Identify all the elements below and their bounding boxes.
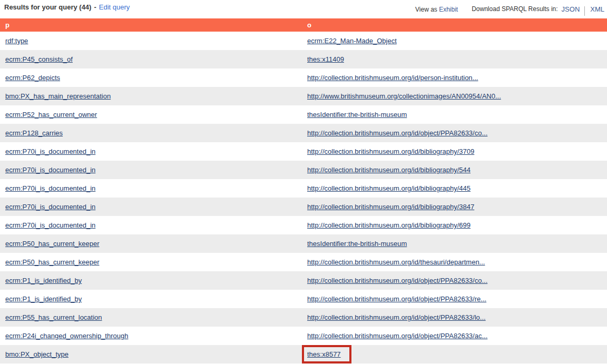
o-cell: thes:x11409 (304, 55, 607, 63)
p-link[interactable]: ecrm:P128_carries (5, 129, 63, 137)
o-link-wrap: thes:x11409 (307, 55, 344, 63)
p-link[interactable]: ecrm:P50_has_current_keeper (5, 240, 100, 248)
o-cell: http://collection.britishmuseum.org/id/b… (304, 221, 607, 229)
p-link[interactable]: ecrm:P45_consists_of (5, 55, 73, 63)
p-link[interactable]: ecrm:P70i_is_documented_in (5, 184, 95, 192)
o-link[interactable]: http://collection.britishmuseum.org/id/o… (307, 295, 486, 303)
highlight-annotation-box: thes:x8577 (302, 345, 351, 363)
o-cell: ecrm:E22_Man-Made_Object (304, 37, 607, 45)
o-cell: http://collection.britishmuseum.org/id/b… (304, 184, 607, 192)
o-link[interactable]: http://collection.britishmuseum.org/id/b… (307, 147, 474, 155)
exhibit-link[interactable]: Exhibit (439, 6, 458, 13)
p-cell: ecrm:P70i_is_documented_in (0, 166, 304, 174)
p-cell: ecrm:P50_has_current_keeper (0, 240, 304, 248)
p-link[interactable]: ecrm:P70i_is_documented_in (5, 221, 95, 229)
o-cell: http://collection.britishmuseum.org/id/p… (304, 74, 607, 82)
o-link-wrap: http://collection.britishmuseum.org/id/b… (307, 221, 471, 229)
view-as-label: View as (415, 6, 437, 13)
table-row: ecrm:P45_consists_of thes:x11409 (0, 50, 607, 68)
p-link[interactable]: ecrm:P1_is_identified_by (5, 277, 82, 284)
p-cell: rdf:type (0, 37, 304, 45)
o-link[interactable]: thes:x8577 (307, 350, 341, 358)
results-title: Results for your query (44) (4, 3, 91, 11)
o-cell: http://collection.britishmuseum.org/id/b… (304, 147, 607, 155)
p-link[interactable]: bmo:PX_has_main_representation (5, 92, 111, 100)
o-link-wrap: thesIdentifier:the-british-museum (307, 240, 407, 248)
o-link[interactable]: ecrm:E22_Man-Made_Object (307, 37, 397, 45)
o-cell: thes:x8577 (304, 345, 607, 363)
o-cell: http://collection.britishmuseum.org/id/o… (304, 332, 607, 340)
p-cell: ecrm:P1_is_identified_by (0, 277, 304, 284)
p-link[interactable]: ecrm:P70i_is_documented_in (5, 147, 95, 155)
p-cell: bmo:PX_has_main_representation (0, 92, 304, 100)
o-link[interactable]: http://collection.britishmuseum.org/id/o… (307, 277, 487, 284)
p-link[interactable]: ecrm:P52_has_current_owner (5, 111, 97, 119)
o-link[interactable]: thesIdentifier:the-british-museum (307, 240, 407, 248)
p-cell: ecrm:P62_depicts (0, 74, 304, 82)
column-header-p: p (0, 21, 304, 29)
p-link[interactable]: ecrm:P55_has_current_location (5, 313, 102, 321)
table-row: bmo:PX_object_type thes:x8577 (0, 345, 607, 363)
o-cell: http://collection.britishmuseum.org/id/o… (304, 277, 607, 284)
table-row: ecrm:P128_carries http://collection.brit… (0, 124, 607, 142)
table-row: ecrm:P52_has_current_owner thesIdentifie… (0, 105, 607, 124)
table-row: ecrm:P50_has_current_keeper thesIdentifi… (0, 234, 607, 253)
table-row: ecrm:P62_depicts http://collection.briti… (0, 68, 607, 87)
o-link-wrap: http://collection.britishmuseum.org/id/o… (307, 313, 486, 321)
p-link[interactable]: ecrm:P70i_is_documented_in (5, 203, 95, 211)
p-cell: ecrm:P70i_is_documented_in (0, 203, 304, 211)
o-link[interactable]: http://collection.britishmuseum.org/id/b… (307, 221, 471, 229)
p-cell: ecrm:P1_is_identified_by (0, 295, 304, 303)
table-row: ecrm:P70i_is_documented_in http://collec… (0, 161, 607, 179)
o-link-wrap: http://collection.britishmuseum.org/id/o… (307, 295, 486, 303)
o-link[interactable]: http://collection.britishmuseum.org/id/t… (307, 258, 485, 266)
o-link[interactable]: http://collection.britishmuseum.org/id/o… (307, 129, 487, 137)
o-link-wrap: http://collection.britishmuseum.org/id/b… (307, 166, 471, 174)
results-table: p o rdf:type ecrm:E22_Man-Made_Object ec… (0, 18, 607, 363)
o-cell: http://collection.britishmuseum.org/id/o… (304, 129, 607, 137)
o-link[interactable]: thes:x11409 (307, 55, 344, 63)
top-bar: Results for your query (44)-Edit query V… (0, 0, 607, 18)
p-cell: ecrm:P55_has_current_location (0, 313, 304, 321)
p-link[interactable]: ecrm:P24i_changed_ownership_through (5, 332, 128, 340)
p-link[interactable]: ecrm:P1_is_identified_by (5, 295, 82, 303)
p-link[interactable]: rdf:type (5, 37, 28, 45)
table-row: rdf:type ecrm:E22_Man-Made_Object (0, 32, 607, 50)
download-group: Download SPARQL Results in:JSONXML (472, 5, 604, 14)
o-link[interactable]: http://collection.britishmuseum.org/id/b… (307, 166, 471, 174)
o-link-wrap: thesIdentifier:the-british-museum (307, 111, 407, 119)
p-link[interactable]: ecrm:P70i_is_documented_in (5, 166, 95, 174)
p-link[interactable]: bmo:PX_object_type (5, 350, 68, 358)
download-xml-link[interactable]: XML (590, 5, 604, 13)
edit-query-link[interactable]: Edit query (99, 3, 130, 11)
o-link-wrap: http://collection.britishmuseum.org/id/o… (307, 277, 487, 284)
top-right-controls: View as Exhibit Download SPARQL Results … (415, 5, 604, 14)
o-link[interactable]: http://www.britishmuseum.org/collectioni… (307, 92, 501, 100)
o-link-wrap: http://www.britishmuseum.org/collectioni… (307, 92, 501, 100)
o-cell: http://collection.britishmuseum.org/id/b… (304, 203, 607, 211)
o-link[interactable]: http://collection.britishmuseum.org/id/o… (307, 313, 486, 321)
o-cell: thesIdentifier:the-british-museum (304, 240, 607, 248)
p-cell: ecrm:P50_has_current_keeper (0, 258, 304, 266)
o-link[interactable]: http://collection.britishmuseum.org/id/o… (307, 332, 487, 340)
download-json-link[interactable]: JSON (562, 5, 580, 13)
p-link[interactable]: ecrm:P50_has_current_keeper (5, 258, 100, 266)
p-cell: ecrm:P70i_is_documented_in (0, 184, 304, 192)
o-link[interactable]: http://collection.britishmuseum.org/id/p… (307, 74, 478, 82)
p-cell: ecrm:P24i_changed_ownership_through (0, 332, 304, 340)
o-link[interactable]: http://collection.britishmuseum.org/id/b… (307, 203, 474, 211)
o-cell: http://www.britishmuseum.org/collectioni… (304, 92, 607, 100)
o-link-wrap: http://collection.britishmuseum.org/id/t… (307, 258, 485, 266)
o-link-wrap: http://collection.britishmuseum.org/id/o… (307, 332, 487, 340)
o-link[interactable]: thesIdentifier:the-british-museum (307, 111, 407, 119)
json-xml-divider (584, 6, 585, 16)
download-label: Download SPARQL Results in: (472, 5, 557, 13)
view-as-group: View as Exhibit (415, 6, 458, 13)
o-link[interactable]: http://collection.britishmuseum.org/id/b… (307, 184, 471, 192)
o-cell: http://collection.britishmuseum.org/id/o… (304, 295, 607, 303)
o-link-wrap: ecrm:E22_Man-Made_Object (307, 37, 397, 45)
p-link[interactable]: ecrm:P62_depicts (5, 74, 60, 82)
table-row: ecrm:P55_has_current_location http://col… (0, 308, 607, 327)
results-table-body: rdf:type ecrm:E22_Man-Made_Object ecrm:P… (0, 32, 607, 363)
table-row: ecrm:P70i_is_documented_in http://collec… (0, 179, 607, 198)
